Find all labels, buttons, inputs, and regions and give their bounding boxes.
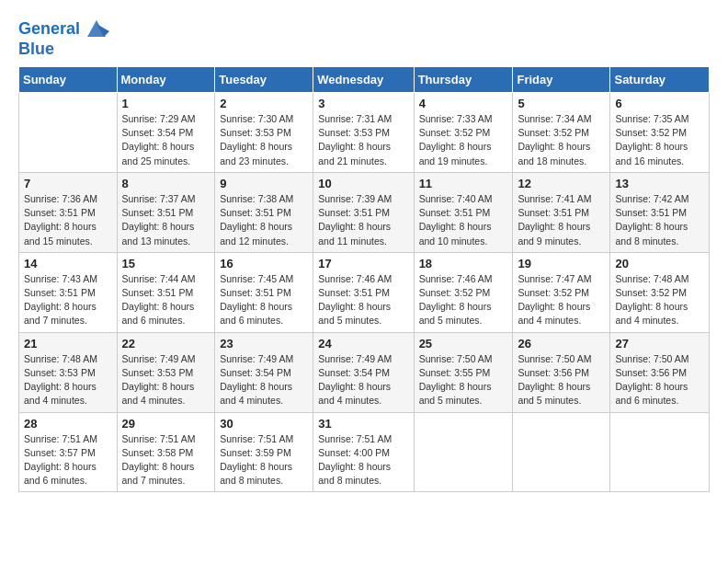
day-info: Sunrise: 7:49 AM Sunset: 3:54 PM Dayligh… — [220, 352, 308, 408]
week-row-1: 1Sunrise: 7:29 AM Sunset: 3:54 PM Daylig… — [19, 93, 710, 173]
day-cell: 12Sunrise: 7:41 AM Sunset: 3:51 PM Dayli… — [513, 172, 610, 252]
day-cell: 3Sunrise: 7:31 AM Sunset: 3:53 PM Daylig… — [313, 93, 414, 173]
day-info: Sunrise: 7:50 AM Sunset: 3:56 PM Dayligh… — [615, 352, 704, 408]
day-cell: 13Sunrise: 7:42 AM Sunset: 3:51 PM Dayli… — [610, 172, 710, 252]
day-info: Sunrise: 7:48 AM Sunset: 3:53 PM Dayligh… — [24, 352, 112, 408]
day-info: Sunrise: 7:39 AM Sunset: 3:51 PM Dayligh… — [318, 192, 408, 248]
day-cell: 30Sunrise: 7:51 AM Sunset: 3:59 PM Dayli… — [215, 412, 313, 492]
weekday-header-wednesday: Wednesday — [313, 67, 414, 93]
day-number: 10 — [318, 177, 408, 190]
day-info: Sunrise: 7:37 AM Sunset: 3:51 PM Dayligh… — [122, 192, 210, 248]
day-info: Sunrise: 7:38 AM Sunset: 3:51 PM Dayligh… — [220, 192, 308, 248]
day-info: Sunrise: 7:49 AM Sunset: 3:54 PM Dayligh… — [318, 352, 408, 408]
day-info: Sunrise: 7:43 AM Sunset: 3:51 PM Dayligh… — [24, 272, 112, 328]
day-cell: 23Sunrise: 7:49 AM Sunset: 3:54 PM Dayli… — [215, 332, 313, 412]
day-cell: 19Sunrise: 7:47 AM Sunset: 3:52 PM Dayli… — [513, 252, 610, 332]
day-number: 26 — [518, 337, 605, 350]
day-number: 21 — [24, 337, 112, 350]
day-info: Sunrise: 7:33 AM Sunset: 3:52 PM Dayligh… — [419, 112, 508, 168]
day-info: Sunrise: 7:42 AM Sunset: 3:51 PM Dayligh… — [615, 192, 704, 248]
day-number: 2 — [220, 97, 308, 110]
day-info: Sunrise: 7:29 AM Sunset: 3:54 PM Dayligh… — [122, 112, 210, 168]
day-cell: 14Sunrise: 7:43 AM Sunset: 3:51 PM Dayli… — [19, 252, 118, 332]
day-info: Sunrise: 7:40 AM Sunset: 3:51 PM Dayligh… — [419, 192, 508, 248]
calendar: SundayMondayTuesdayWednesdayThursdayFrid… — [18, 66, 710, 492]
weekday-header-row: SundayMondayTuesdayWednesdayThursdayFrid… — [19, 67, 710, 93]
day-info: Sunrise: 7:34 AM Sunset: 3:52 PM Dayligh… — [518, 112, 605, 168]
day-info: Sunrise: 7:50 AM Sunset: 3:55 PM Dayligh… — [419, 352, 508, 408]
day-number: 8 — [122, 177, 210, 190]
day-cell: 9Sunrise: 7:38 AM Sunset: 3:51 PM Daylig… — [215, 172, 313, 252]
day-number: 25 — [419, 337, 508, 350]
week-row-3: 14Sunrise: 7:43 AM Sunset: 3:51 PM Dayli… — [19, 252, 710, 332]
day-info: Sunrise: 7:51 AM Sunset: 3:57 PM Dayligh… — [24, 432, 112, 488]
day-number: 16 — [220, 257, 308, 270]
day-cell — [610, 412, 710, 492]
logo-icon — [84, 17, 109, 42]
day-cell: 11Sunrise: 7:40 AM Sunset: 3:51 PM Dayli… — [414, 172, 513, 252]
day-cell: 31Sunrise: 7:51 AM Sunset: 4:00 PM Dayli… — [313, 412, 414, 492]
day-number: 18 — [419, 257, 508, 270]
day-cell: 22Sunrise: 7:49 AM Sunset: 3:53 PM Dayli… — [117, 332, 215, 412]
logo: General Blue — [18, 17, 109, 57]
day-cell: 5Sunrise: 7:34 AM Sunset: 3:52 PM Daylig… — [513, 93, 610, 173]
day-cell: 28Sunrise: 7:51 AM Sunset: 3:57 PM Dayli… — [19, 412, 118, 492]
week-row-2: 7Sunrise: 7:36 AM Sunset: 3:51 PM Daylig… — [19, 172, 710, 252]
day-cell: 2Sunrise: 7:30 AM Sunset: 3:53 PM Daylig… — [215, 93, 313, 173]
weekday-header-saturday: Saturday — [610, 67, 710, 93]
week-row-5: 28Sunrise: 7:51 AM Sunset: 3:57 PM Dayli… — [19, 412, 710, 492]
day-cell: 6Sunrise: 7:35 AM Sunset: 3:52 PM Daylig… — [610, 93, 710, 173]
day-number: 23 — [220, 337, 308, 350]
logo-blue: Blue — [18, 40, 54, 58]
day-number: 13 — [615, 177, 704, 190]
day-cell: 24Sunrise: 7:49 AM Sunset: 3:54 PM Dayli… — [313, 332, 414, 412]
day-cell: 1Sunrise: 7:29 AM Sunset: 3:54 PM Daylig… — [117, 93, 215, 173]
day-info: Sunrise: 7:36 AM Sunset: 3:51 PM Dayligh… — [24, 192, 112, 248]
day-info: Sunrise: 7:35 AM Sunset: 3:52 PM Dayligh… — [615, 112, 704, 168]
weekday-header-monday: Monday — [117, 67, 215, 93]
day-cell: 18Sunrise: 7:46 AM Sunset: 3:52 PM Dayli… — [414, 252, 513, 332]
day-info: Sunrise: 7:51 AM Sunset: 3:59 PM Dayligh… — [220, 432, 308, 488]
day-info: Sunrise: 7:41 AM Sunset: 3:51 PM Dayligh… — [518, 192, 605, 248]
day-info: Sunrise: 7:30 AM Sunset: 3:53 PM Dayligh… — [220, 112, 308, 168]
day-cell: 15Sunrise: 7:44 AM Sunset: 3:51 PM Dayli… — [117, 252, 215, 332]
day-number: 30 — [220, 417, 308, 431]
logo-text: General — [18, 20, 80, 39]
day-cell — [513, 412, 610, 492]
day-number: 7 — [24, 177, 112, 190]
day-number: 9 — [220, 177, 308, 190]
day-number: 14 — [24, 257, 112, 270]
day-number: 19 — [518, 257, 605, 270]
day-cell: 20Sunrise: 7:48 AM Sunset: 3:52 PM Dayli… — [610, 252, 710, 332]
day-cell: 26Sunrise: 7:50 AM Sunset: 3:56 PM Dayli… — [513, 332, 610, 412]
day-number: 12 — [518, 177, 605, 190]
day-number: 3 — [318, 97, 408, 110]
day-cell: 8Sunrise: 7:37 AM Sunset: 3:51 PM Daylig… — [117, 172, 215, 252]
day-number: 4 — [419, 97, 508, 110]
day-cell: 7Sunrise: 7:36 AM Sunset: 3:51 PM Daylig… — [19, 172, 118, 252]
day-cell: 29Sunrise: 7:51 AM Sunset: 3:58 PM Dayli… — [117, 412, 215, 492]
day-info: Sunrise: 7:51 AM Sunset: 4:00 PM Dayligh… — [318, 432, 408, 488]
week-row-4: 21Sunrise: 7:48 AM Sunset: 3:53 PM Dayli… — [19, 332, 710, 412]
weekday-header-friday: Friday — [513, 67, 610, 93]
day-cell: 21Sunrise: 7:48 AM Sunset: 3:53 PM Dayli… — [19, 332, 118, 412]
weekday-header-sunday: Sunday — [19, 67, 118, 93]
day-cell — [19, 93, 118, 173]
day-number: 20 — [615, 257, 704, 270]
weekday-header-tuesday: Tuesday — [215, 67, 313, 93]
day-number: 29 — [122, 417, 210, 431]
day-cell — [414, 412, 513, 492]
day-number: 17 — [318, 257, 408, 270]
day-info: Sunrise: 7:46 AM Sunset: 3:51 PM Dayligh… — [318, 272, 408, 328]
day-number: 22 — [122, 337, 210, 350]
page: General Blue SundayMondayTuesdayWednesda… — [0, 0, 728, 563]
day-cell: 4Sunrise: 7:33 AM Sunset: 3:52 PM Daylig… — [414, 93, 513, 173]
day-info: Sunrise: 7:45 AM Sunset: 3:51 PM Dayligh… — [220, 272, 308, 328]
weekday-header-thursday: Thursday — [414, 67, 513, 93]
day-cell: 17Sunrise: 7:46 AM Sunset: 3:51 PM Dayli… — [313, 252, 414, 332]
day-info: Sunrise: 7:47 AM Sunset: 3:52 PM Dayligh… — [518, 272, 605, 328]
day-info: Sunrise: 7:49 AM Sunset: 3:53 PM Dayligh… — [122, 352, 210, 408]
day-number: 5 — [518, 97, 605, 110]
day-info: Sunrise: 7:46 AM Sunset: 3:52 PM Dayligh… — [419, 272, 508, 328]
day-number: 24 — [318, 337, 408, 350]
